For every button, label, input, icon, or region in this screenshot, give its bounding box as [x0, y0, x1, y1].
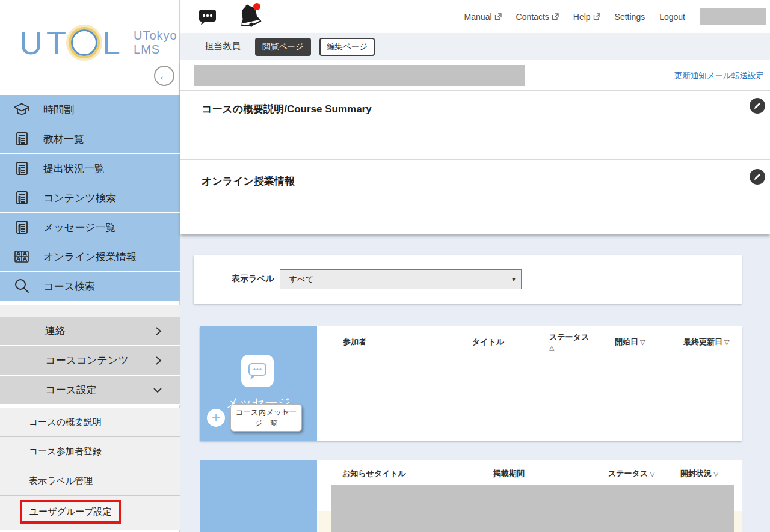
- sidebar-group-contact[interactable]: 連絡: [0, 317, 180, 346]
- sidebar-item-submissions[interactable]: 提出状況一覧: [0, 154, 180, 183]
- col-ann-status[interactable]: ステータス▽: [608, 468, 655, 479]
- sidebar-item-message-list[interactable]: メッセージ一覧: [0, 213, 180, 242]
- sidebar-settings-submenu: コースの概要説明 コース参加者登録 表示ラベル管理 ユーザグループ設定: [0, 408, 180, 530]
- manual-link[interactable]: Manual: [464, 12, 502, 22]
- message-bubble-icon: [241, 355, 274, 387]
- external-link-icon: [494, 13, 502, 20]
- sort-desc-icon: ▽: [713, 470, 718, 477]
- logo-o-rings-icon: [71, 29, 97, 56]
- logo-area: UT L UTokyo LMS ←: [0, 0, 179, 94]
- sidebar-item-content-search[interactable]: コンテンツ検索: [0, 183, 180, 213]
- settings-link[interactable]: Settings: [615, 12, 645, 22]
- course-overview-card: 更新通知メール転送設定 コースの概要説明/Course Summary オンライ…: [180, 60, 770, 234]
- display-label-select[interactable]: すべて ▼: [280, 269, 522, 289]
- contacts-link[interactable]: Contacts: [516, 12, 559, 22]
- section-title-course-summary: コースの概要説明/Course Summary: [202, 102, 372, 116]
- sidebar-subitem-user-group-settings[interactable]: ユーザグループ設定: [0, 496, 180, 525]
- help-link[interactable]: Help: [573, 12, 600, 22]
- col-open-status[interactable]: 開封状況▽: [680, 468, 718, 479]
- logo-subtitle: UTokyo LMS: [134, 29, 177, 57]
- sidebar-gap: [0, 305, 180, 317]
- sidebar-group-course-contents[interactable]: コースコンテンツ: [0, 346, 180, 376]
- sidebar-course-groups: 連絡 コースコンテンツ コース設定: [0, 317, 180, 405]
- left-arrow-icon: ←: [158, 69, 170, 83]
- chevron-down-icon: [152, 385, 163, 395]
- chat-messages-icon[interactable]: [199, 8, 218, 26]
- sidebar-next-row-partial: [0, 525, 180, 530]
- external-link-icon: [593, 13, 600, 20]
- edit-online-class-info-button[interactable]: [750, 169, 765, 185]
- col-status[interactable]: ステータス △: [549, 332, 589, 352]
- logo-text: UT: [19, 26, 70, 59]
- sidebar: UT L UTokyo LMS ← 時間割: [0, 0, 180, 532]
- sidebar-subitem-course-summary[interactable]: コースの概要説明: [0, 408, 180, 437]
- notification-bell-icon[interactable]: [236, 2, 262, 31]
- top-bar: Manual Contacts Help Se: [180, 0, 770, 33]
- section-title-online-class-info: オンライン授業情報: [202, 174, 295, 188]
- video-grid-icon: [0, 249, 43, 264]
- highlight-red-box: ユーザグループ設定: [20, 500, 121, 524]
- divider: [180, 90, 770, 91]
- redacted-user-name: [700, 8, 766, 25]
- clipboard-icon: [0, 161, 43, 176]
- sort-desc-icon: ▽: [724, 338, 729, 346]
- divider: [180, 159, 770, 160]
- col-posting-period[interactable]: 掲載期間: [493, 468, 525, 479]
- table-header-divider: [317, 482, 742, 482]
- external-link-icon: [552, 13, 559, 20]
- chevron-right-icon: [153, 355, 163, 366]
- clipboard-icon: [0, 219, 43, 235]
- col-announcement-title[interactable]: お知らせタイトル: [342, 468, 406, 479]
- sort-asc-icon: △: [549, 344, 554, 351]
- sidebar-group-course-settings[interactable]: コース設定: [0, 376, 180, 405]
- display-label-caption: 表示ラベル: [232, 274, 274, 284]
- tab-edit-page[interactable]: 編集ページ: [319, 38, 375, 56]
- chevron-right-icon: [153, 326, 163, 337]
- sidebar-item-course-search[interactable]: コース検索: [0, 272, 180, 301]
- sidebar-collapse-button[interactable]: ←: [154, 66, 174, 86]
- search-icon: [0, 278, 43, 295]
- redacted-announcement-content: [331, 485, 734, 532]
- sort-desc-icon: ▽: [650, 470, 654, 477]
- sidebar-item-online-class[interactable]: オンライン授業情報: [0, 242, 180, 272]
- role-label: 担当教員: [205, 41, 241, 52]
- add-message-button[interactable]: +: [207, 409, 225, 427]
- sidebar-item-timetable[interactable]: 時間割: [0, 95, 180, 124]
- page-mode-tabbar: 担当教員 閲覧ページ 編集ページ: [180, 33, 770, 60]
- announcements-panel-side: [200, 460, 317, 532]
- pencil-icon: [753, 102, 762, 110]
- clipboard-icon: [0, 190, 43, 206]
- sidebar-subitem-label-management[interactable]: 表示ラベル管理: [0, 466, 180, 496]
- tab-view-page[interactable]: 閲覧ページ: [255, 38, 311, 56]
- sidebar-item-materials[interactable]: 教材一覧: [0, 124, 180, 154]
- sort-desc-icon: ▽: [640, 338, 645, 346]
- pencil-icon: [753, 173, 762, 181]
- sidebar-subitem-participant-registration[interactable]: コース参加者登録: [0, 437, 180, 466]
- logout-link[interactable]: Logout: [659, 12, 685, 22]
- sidebar-main-nav: 時間割 教材一覧 提出状況一覧: [0, 95, 180, 301]
- edit-course-summary-button[interactable]: [750, 98, 765, 114]
- dropdown-arrow-icon: ▼: [507, 270, 521, 289]
- col-participants[interactable]: 参加者: [343, 337, 366, 347]
- col-title[interactable]: タイトル: [472, 337, 504, 347]
- update-notification-mail-link[interactable]: 更新通知メール転送設定: [674, 70, 764, 81]
- messages-panel: メッセージ + コース内メッセージ一覧 参加者 タイトル ステータス △ 開始日…: [200, 326, 742, 441]
- display-label-filter-panel: 表示ラベル すべて ▼: [194, 255, 742, 304]
- clipboard-icon: [0, 131, 43, 147]
- redacted-course-title: [194, 65, 525, 86]
- messages-panel-side: メッセージ + コース内メッセージ一覧: [200, 326, 317, 441]
- utol-logo: UT L UTokyo LMS: [19, 26, 177, 59]
- course-message-list-button[interactable]: コース内メッセージ一覧: [230, 404, 302, 432]
- announcements-panel: お知らせタイトル 掲載期間 ステータス▽ 開封状況▽: [200, 460, 742, 532]
- col-start-date[interactable]: 開始日▽: [615, 337, 645, 347]
- top-nav-links: Manual Contacts Help Se: [464, 0, 766, 33]
- col-last-updated[interactable]: 最終更新日▽: [683, 337, 729, 347]
- table-header-divider: [317, 355, 742, 355]
- graduation-cap-icon: [0, 102, 43, 117]
- selected-option: すべて: [280, 274, 507, 285]
